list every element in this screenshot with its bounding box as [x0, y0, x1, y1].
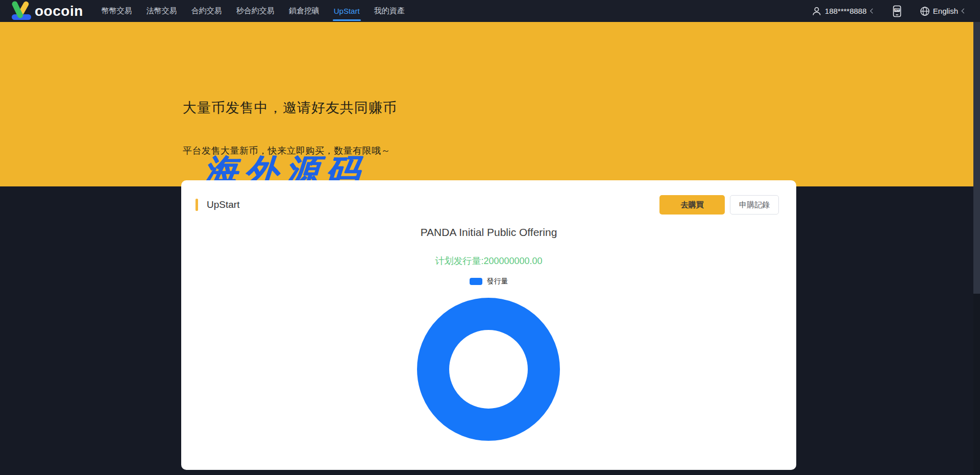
svg-text:APP: APP	[895, 9, 899, 11]
issuance-donut-chart[interactable]	[417, 298, 560, 441]
user-icon	[812, 6, 822, 16]
planned-issuance-text: 计划发行量:200000000.00	[181, 255, 796, 267]
brand-logo[interactable]: oocoin	[9, 0, 83, 22]
offering-title: PANDA Initial Public Offering	[181, 226, 796, 239]
legend-marker-issuance	[470, 278, 482, 285]
panel-title: UpStart	[207, 199, 239, 211]
chart-legend[interactable]: 發行量	[181, 277, 796, 286]
app-download-icon: APP	[893, 5, 901, 17]
main-nav: 幣幣交易 法幣交易 合約交易 秒合約交易 鎖倉挖礦 UpStart 我的資產	[94, 0, 412, 22]
nav-item-spot-trade[interactable]: 幣幣交易	[96, 0, 137, 22]
nav-item-upstart[interactable]: UpStart	[329, 0, 365, 22]
nav-item-lockup-mining[interactable]: 鎖倉挖礦	[284, 0, 325, 22]
navbar-right: 188****8888 APP En	[812, 5, 966, 17]
user-phone: 188****8888	[825, 7, 867, 15]
chevron-icon	[870, 9, 875, 14]
promo-banner: 大量币发售中，邀请好友共同赚币 平台发售大量新币，快来立即购买，数量有限哦～ 海…	[0, 22, 973, 186]
language-label: English	[933, 7, 958, 15]
panel-title-accent-bar	[195, 199, 198, 211]
user-account-menu[interactable]: 188****8888	[812, 6, 874, 16]
go-purchase-button[interactable]: 去購買	[659, 195, 725, 215]
upstart-panel: UpStart 去購買 申購記錄 PANDA Initial Public Of…	[181, 180, 796, 470]
page-scrollbar-track[interactable]	[973, 22, 980, 475]
globe-icon	[920, 6, 930, 16]
brand-logo-icon	[9, 1, 33, 22]
language-selector[interactable]: English	[920, 6, 966, 16]
nav-item-second-contract[interactable]: 秒合約交易	[231, 0, 280, 22]
nav-item-fiat-trade[interactable]: 法幣交易	[141, 0, 182, 22]
page-scrollbar-thumb[interactable]	[973, 22, 980, 294]
nav-item-contract-trade[interactable]: 合約交易	[186, 0, 227, 22]
brand-name: oocoin	[35, 0, 83, 22]
chevron-icon	[962, 9, 967, 14]
page: oocoin 幣幣交易 法幣交易 合約交易 秒合約交易 鎖倉挖礦 UpStart…	[0, 0, 980, 475]
legend-label-issuance: 發行量	[487, 277, 508, 286]
purchase-record-button[interactable]: 申購記錄	[730, 195, 779, 215]
app-download-button[interactable]: APP	[893, 5, 901, 17]
top-navbar: oocoin 幣幣交易 法幣交易 合約交易 秒合約交易 鎖倉挖礦 UpStart…	[0, 0, 980, 22]
nav-item-my-assets[interactable]: 我的資產	[369, 0, 410, 22]
banner-title: 大量币发售中，邀请好友共同赚币	[183, 99, 397, 117]
